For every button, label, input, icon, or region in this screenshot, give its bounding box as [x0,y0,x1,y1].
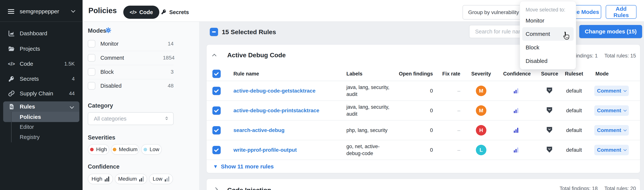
menu-item-monitor[interactable]: Monitor [526,18,544,24]
sidebar-item-supply-chain[interactable]: Supply Chain 44 [0,86,82,101]
mode-filter-checkbox-monitor[interactable] [88,40,95,48]
confidence-filter-title: Confidence [88,163,120,170]
pill-label: Low [153,176,162,182]
sidebar-item-dashboard[interactable]: Dashboard [0,26,82,41]
ruleset-value: default [555,108,593,114]
section-title: Active Debug Code [227,52,286,59]
confidence-pill-medium[interactable]: Medium [115,174,147,184]
severity-badge: H [476,125,486,136]
dashboard-chart-icon [8,30,15,37]
mode-select[interactable]: Comment [594,125,629,136]
sidebar-item-secrets[interactable]: Secrets 4 [0,71,82,86]
sidebar-item-count: 1.5K [64,61,75,67]
table-header-row: Rule name Labels Open findings Fix rate … [206,67,640,81]
pill-label: High [96,146,107,152]
sidebar-subitem-editor[interactable]: Editor [20,124,34,130]
gear-icon[interactable] [105,27,112,34]
mode-filter-label[interactable]: Block [100,69,114,75]
rule-name-link[interactable]: active-debug-code-printstacktrace [234,108,319,114]
expand-chevron-right-icon[interactable] [214,187,218,190]
category-select-placeholder: All categories [94,116,126,122]
table-row: search-active-debug php, lang, security … [206,120,640,140]
sidebar-item-rules[interactable]: Rules [3,102,79,112]
rule-name-link[interactable]: write-pprof-profile-output [234,147,297,153]
column-header-severity: Severity [462,71,500,77]
ruleset-value: default [555,147,593,153]
sidebar-item-label: Projects [20,46,40,52]
change-modes-selected-button[interactable]: Change modes (15) [579,25,642,38]
severity-badge: M [476,86,486,96]
pill-label: High [92,176,102,182]
row-checkbox[interactable] [212,146,221,154]
severity-pill-high[interactable]: High [88,144,109,155]
org-name[interactable]: semgreppepper [20,8,59,15]
collapse-chevron-up-icon[interactable] [212,54,216,58]
tab-label: Code [140,9,153,16]
code-brackets-icon: </> [130,10,137,15]
category-select[interactable]: All categories [88,112,174,125]
row-checkbox[interactable] [212,106,221,115]
confidence-bars-icon [139,176,144,182]
org-switcher-chevron-down-icon[interactable] [71,8,76,13]
show-more-label: Show 11 more rules [221,163,274,170]
category-filter-title: Category [88,102,113,109]
mode-value: Comment [597,108,621,114]
menu-item-disabled[interactable]: Disabled [526,58,548,64]
pill-label: Low [150,146,159,152]
code-brackets-icon: </> [8,60,15,68]
mode-filter-count: 3 [163,69,174,75]
column-header-confidence: Confidence [498,71,536,77]
mode-filter-label[interactable]: Monitor [100,41,118,47]
rule-labels: php, lang, security [346,127,403,134]
mode-filter-checkbox-block[interactable] [88,68,95,76]
mode-filter-checkbox-comment[interactable] [88,54,95,62]
mode-select[interactable]: Comment [594,145,629,155]
selected-rules-count: 15 Selected Rules [222,28,276,36]
confidence-pill-high[interactable]: High [88,174,113,184]
rule-group-card-code-injection: Code Injection Total findings: 18 Total … [206,179,640,190]
severity-dot-high [90,148,94,151]
add-rules-button[interactable]: Add Rules [606,5,636,19]
severity-pill-medium[interactable]: Medium [111,144,139,155]
row-checkbox[interactable] [212,87,221,95]
tab-code-active[interactable]: </> Code [123,6,159,19]
chevron-down-icon [623,148,626,151]
severity-pill-low[interactable]: Low [141,144,162,155]
menu-item-comment[interactable]: Comment [526,31,550,37]
chevron-down-icon [623,128,626,132]
sidebar-item-label: Secrets [20,76,39,82]
row-checkbox[interactable] [212,126,221,134]
tab-label: Secrets [169,9,189,16]
confidence-pill-low[interactable]: Low [149,174,173,184]
show-more-rules-link[interactable]: ▼ Show 11 more rules [206,160,640,173]
menu-item-block[interactable]: Block [526,44,539,51]
tab-secrets[interactable]: Secrets [161,6,189,19]
mode-select[interactable]: Comment [594,105,629,116]
sidebar-subitem-registry[interactable]: Registry [20,134,40,140]
rules-expand-chevron-down-icon[interactable] [70,104,74,109]
select-group-checkbox[interactable] [212,70,221,78]
submenu-indent-line [11,112,12,142]
sidebar-item-projects[interactable]: Projects [0,41,82,56]
mode-filter-label[interactable]: Comment [100,55,124,61]
sidebar-item-policies-active[interactable]: Policies [11,112,79,122]
table-row: write-pprof-profile-output go, net, acti… [206,140,640,160]
rule-name-link[interactable]: active-debug-code-getstacktrace [234,88,316,94]
sidebar-item-code[interactable]: </> Code 1.5K [0,56,82,71]
hamburger-menu-icon[interactable] [8,8,14,15]
total-rules: Total rules: 15 [604,53,636,59]
ruleset-value: default [555,88,593,94]
hand-cursor-icon [562,31,572,42]
confidence-bars-icon [514,128,518,133]
select-all-checkbox-indeterminate[interactable] [210,28,218,36]
semgrep-source-shield-icon [546,127,552,134]
rule-name-link[interactable]: search-active-debug [234,127,284,133]
divider [88,65,174,65]
mode-filter-checkbox-disabled[interactable] [88,82,95,90]
confidence-bars-icon [105,176,109,182]
mode-filter-label[interactable]: Disabled [100,83,122,89]
triangle-down-icon: ▼ [213,164,218,170]
ruleset-value: default [555,127,593,133]
mode-select[interactable]: Comment [594,86,629,96]
chevron-down-icon [623,108,626,112]
